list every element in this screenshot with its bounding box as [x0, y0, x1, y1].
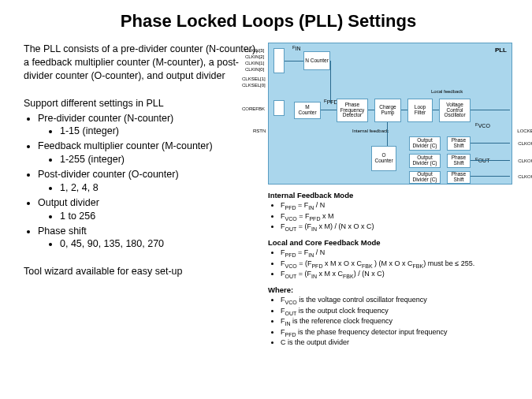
label-locked: LOCKED [517, 129, 532, 133]
block-phase-shift-0: Phase Shift [447, 136, 471, 151]
arrow [471, 110, 510, 110]
list-item: Phase shift 0, 45, 90, 135, 180, 270 [38, 225, 260, 252]
where-item: C is the output divider [281, 338, 513, 347]
list-item: Pre-divider counter (N-counter) 1-15 (in… [38, 112, 260, 139]
formula: FOUT = (FIN x M x CFBK) / (N x C) [281, 270, 513, 281]
list-item: Output divider 1 to 256 [38, 196, 260, 223]
block-output-divider-2: Output Divider (C) [409, 171, 441, 184]
label-clkout0: CLKOUT0 [518, 141, 532, 146]
where-head: Where: [268, 285, 293, 294]
label-clkout1: CLKOUT1 [518, 158, 532, 163]
where-item: FIN is the reference clock frequency [281, 317, 513, 328]
internal-mode-list: FPFD = FIN / N FVCO = FPFD x M FOUT = (F… [268, 201, 513, 233]
arrow [321, 110, 337, 110]
label-clkin3: CLKIN[3] [245, 48, 264, 53]
setting-value: 1-15 (integer) [60, 125, 260, 138]
where-item: FOUT is the output clock frequency [281, 307, 513, 318]
label-local-feedback: Local feedback [431, 89, 463, 94]
arrow [471, 143, 510, 144]
settings-heading: Support different settings in PLL [24, 97, 260, 110]
arrow [433, 110, 439, 110]
pll-block-diagram: PLL CLKIN[3] CLKIN[2] CLKIN[1] CLKIN[0] … [268, 43, 512, 185]
arrow [368, 110, 374, 110]
block-output-divider-1: Output Divider (C) [409, 154, 441, 168]
block-vco: Voltage Control Oscillator [439, 99, 471, 122]
columns: The PLL consists of a pre-divider counte… [24, 43, 513, 352]
formula: FPFD = FIN / N [281, 201, 513, 212]
label-rstn: RSTN [253, 129, 266, 133]
internal-mode-head: Internal Feedback Mode [268, 191, 353, 200]
where-list: FVCO is the voltage control oscillator f… [268, 296, 513, 347]
pll-label: PLL [495, 47, 507, 54]
list-item: Feedback multiplier counter (M-counter) … [38, 140, 260, 166]
block-charge-pump: Charge Pump [374, 99, 401, 122]
where-item: FVCO is the voltage control oscillator f… [281, 296, 513, 307]
local-mode-head: Local and Core Feedback Mode [268, 238, 381, 247]
local-mode-list: FPFD = FIN / N FVCO = (FPFD x M x O x CF… [268, 248, 513, 281]
setting-value: 0, 45, 90, 135, 180, 270 [60, 237, 260, 251]
setting-value: 1, 2, 4, 8 [60, 181, 260, 195]
label-clkin2: CLKIN[2] [245, 54, 264, 59]
label-clksel0: CLKSEL[0] [242, 83, 266, 88]
label-internal-feedback: Internal feedback [352, 129, 389, 133]
arrow [471, 160, 510, 161]
formula: FPFD = FIN / N [281, 248, 513, 259]
label-clksel1: CLKSEL[1] [242, 76, 266, 81]
block-n-counter: N Counter [303, 51, 330, 70]
label-fvco: FVCO [475, 122, 490, 129]
setting-label: Post-divider counter (O-counter) [38, 169, 179, 180]
label-clkin0: CLKIN[0] [245, 67, 264, 72]
tool-note: Tool wizard available for easy set-up [24, 265, 260, 278]
settings-list: Pre-divider counter (N-counter) 1-15 (in… [24, 112, 260, 252]
arrow [330, 61, 331, 103]
setting-label: Pre-divider counter (N-counter) [38, 113, 173, 124]
block-m-counter: M Counter [294, 102, 321, 119]
setting-label: Output divider [38, 197, 99, 208]
formula: FOUT = (FIN x M) / (N x O x C) [281, 222, 513, 233]
intro-text: The PLL consists of a pre-divider counte… [24, 43, 260, 83]
page-title: Phase Locked Loops (PLL) Settings [24, 11, 513, 32]
arrow [471, 176, 510, 177]
setting-label: Feedback multiplier counter (M-counter) [38, 140, 213, 151]
block-o-counter: O Counter [371, 146, 396, 171]
formula: FVCO = (FPFD x M x O x CFBK ) (M x O x C… [281, 259, 513, 270]
slide: Phase Locked Loops (PLL) Settings The PL… [0, 0, 532, 399]
arrow [285, 61, 303, 62]
label-fin: FIN [292, 45, 301, 51]
mux-clkin [273, 48, 285, 73]
block-phase-shift-2: Phase Shift [447, 171, 471, 184]
formulas: Internal Feedback Mode FPFD = FIN / N FV… [268, 191, 513, 347]
block-loop-filter: Loop Filter [407, 99, 433, 122]
right-column: PLL CLKIN[3] CLKIN[2] CLKIN[1] CLKIN[0] … [268, 43, 513, 352]
arrow [387, 122, 388, 146]
label-clkin1: CLKIN[1] [245, 61, 264, 65]
mux-fbk [273, 100, 285, 116]
where-item: FPFD is the phase frequency detector inp… [281, 328, 513, 339]
setting-value: 1 to 256 [60, 210, 260, 223]
list-item: Post-divider counter (O-counter) 1, 2, 4… [38, 168, 260, 195]
setting-value: 1-255 (integer) [60, 153, 260, 166]
label-corefbk: COREFBK [242, 106, 265, 111]
left-column: The PLL consists of a pre-divider counte… [24, 43, 260, 352]
setting-label: Phase shift [38, 226, 87, 237]
label-clkout2: CLKOUT2 [518, 174, 532, 179]
formula: FVCO = FPFD x M [281, 212, 513, 223]
arrow [401, 110, 407, 110]
block-phase-shift-1: Phase Shift [447, 154, 471, 168]
block-pfd: Phase Frequency Detector [337, 99, 368, 122]
block-output-divider-0: Output Divider (C) [409, 136, 441, 151]
